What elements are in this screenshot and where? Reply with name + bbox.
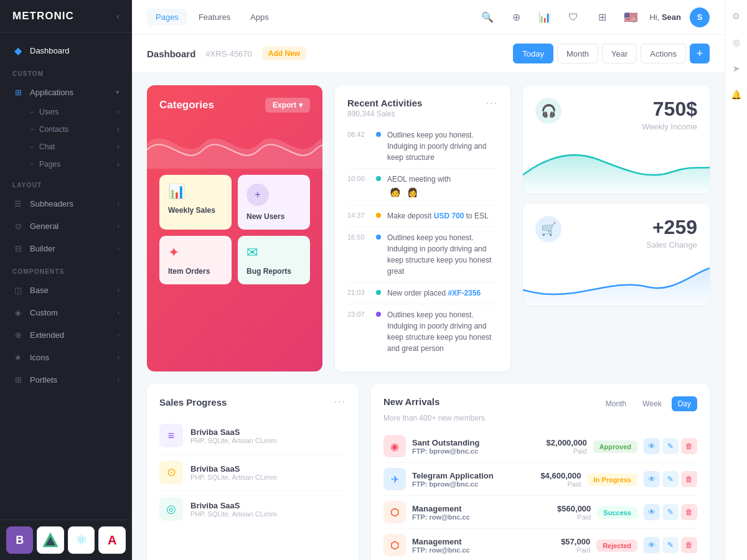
- month-button[interactable]: Month: [557, 44, 598, 63]
- sales-chart: [523, 256, 710, 306]
- right-gear-icon[interactable]: ◎: [728, 34, 745, 51]
- sidebar-sub-item-users[interactable]: Users ›: [0, 103, 132, 121]
- delete-button[interactable]: 🗑: [681, 438, 697, 454]
- shield-icon[interactable]: 🛡: [563, 7, 583, 27]
- right-settings-icon[interactable]: ⚙: [728, 7, 745, 25]
- category-tile-bug-reports[interactable]: ✉ Bug Reports: [238, 236, 310, 284]
- arrival-info-2: Telegram Application FTP: bprow@bnc.cc: [412, 471, 519, 488]
- year-button[interactable]: Year: [602, 44, 637, 63]
- components-section-label: COMPONENTS: [0, 259, 132, 279]
- vue-framework-icon[interactable]: [37, 526, 64, 554]
- sidebar-logo: METRONIC ‹: [0, 0, 132, 33]
- add-new-button[interactable]: Add New: [262, 47, 306, 60]
- arrival-ftp: FTP: row@bnc.cc: [412, 513, 529, 521]
- activity-time: 10:00: [347, 175, 370, 182]
- arrival-status: Rejected: [596, 539, 637, 551]
- arrival-amount: $2,000,000 Paid: [531, 438, 587, 455]
- right-bell-icon[interactable]: 🔔: [728, 86, 745, 103]
- user-avatar[interactable]: S: [690, 7, 710, 27]
- view-button[interactable]: 👁: [644, 537, 660, 553]
- search-icon[interactable]: 🔍: [477, 7, 497, 27]
- income-card: 🎧 750$ Weekly Income: [523, 85, 710, 194]
- sidebar-item-applications[interactable]: ⊞ Applications ▾: [0, 81, 132, 103]
- progress-name: Briviba SaaS: [190, 427, 346, 437]
- view-button[interactable]: 👁: [644, 471, 660, 487]
- app-name: METRONIC: [12, 10, 74, 22]
- sales-header: 🛒 +259 Sales Change: [535, 216, 697, 250]
- chart-icon[interactable]: 📊: [535, 7, 555, 27]
- sidebar-item-builder[interactable]: ⊟ Builder ›: [0, 237, 132, 259]
- view-button[interactable]: 👁: [644, 504, 660, 520]
- sidebar-sub-item-pages[interactable]: Pages ›: [0, 156, 132, 173]
- add-plus-button[interactable]: +: [690, 44, 710, 63]
- actions-button[interactable]: Actions: [641, 44, 686, 63]
- arrival-price: $2,000,000: [531, 438, 587, 447]
- edit-button[interactable]: ✎: [662, 537, 679, 553]
- progress-menu-icon[interactable]: ···: [334, 396, 346, 408]
- tab-apps[interactable]: Apps: [242, 9, 278, 26]
- sidebar-sub-item-contacts[interactable]: Contacts ›: [0, 121, 132, 138]
- sidebar-item-base[interactable]: ◫ Base ›: [0, 279, 132, 301]
- export-button[interactable]: Export ▾: [265, 98, 310, 113]
- angular-framework-icon[interactable]: A: [98, 526, 126, 554]
- tab-pages[interactable]: Pages: [147, 9, 187, 26]
- sidebar-item-extended[interactable]: ⊕ Extended ›: [0, 324, 132, 346]
- topnav-icons: 🔍 ⊕ 📊 🛡 ⊞ 🇺🇸 Hi, Sean S: [477, 7, 710, 27]
- sub-item-label: Users: [39, 108, 59, 116]
- today-button[interactable]: Today: [513, 44, 553, 63]
- sales-icon: 🛒: [535, 216, 561, 242]
- activity-text: New order placed #XF-2356: [387, 287, 498, 299]
- sidebar-item-general[interactable]: ⊙ General ›: [0, 215, 132, 237]
- applications-icon: ⊞: [12, 86, 24, 98]
- sidebar-item-icons[interactable]: ★ Icons ›: [0, 346, 132, 368]
- right-send-icon[interactable]: ➤: [728, 60, 745, 77]
- bootstrap-framework-icon[interactable]: B: [6, 526, 33, 554]
- tab-features[interactable]: Features: [190, 9, 239, 26]
- arrivals-subtitle: More than 400+ new members: [383, 414, 697, 422]
- flag-icon[interactable]: 🇺🇸: [621, 7, 641, 27]
- category-tile-item-orders[interactable]: ✦ Item Orders: [159, 236, 232, 284]
- arrival-ftp: FTP: bprow@bnc.cc: [412, 480, 519, 488]
- status-badge-approved: Approved: [593, 441, 637, 453]
- activities-title: Recent Activities: [347, 98, 422, 108]
- edit-button[interactable]: ✎: [662, 504, 679, 520]
- arrival-name: Management: [412, 504, 529, 513]
- delete-button[interactable]: 🗑: [681, 471, 697, 487]
- sales-change-card: 🛒 +259 Sales Change: [523, 203, 710, 306]
- arrivals-title: New Arrivals: [383, 396, 439, 407]
- arrivals-tab-day[interactable]: Day: [672, 396, 697, 411]
- delete-button[interactable]: 🗑: [681, 504, 697, 520]
- category-tile-weekly-sales[interactable]: 📊 Weekly Sales: [159, 175, 232, 230]
- status-badge-inprogress: In Progress: [587, 474, 637, 486]
- grid-icon[interactable]: ⊞: [592, 7, 612, 27]
- arrivals-tab-month[interactable]: Month: [599, 396, 632, 411]
- activity-dot: [376, 290, 381, 295]
- activity-time: 21:03: [347, 289, 370, 296]
- activities-menu-icon[interactable]: ···: [486, 98, 498, 109]
- sidebar-item-portlets[interactable]: ⊞ Portlets ›: [0, 368, 132, 391]
- arrival-paid: Paid: [534, 546, 590, 554]
- sidebar-item-subheaders[interactable]: ☰ Subheaders ›: [0, 192, 132, 215]
- edit-button[interactable]: ✎: [662, 471, 679, 487]
- category-tile-new-users[interactable]: + New Users: [238, 175, 310, 230]
- sidebar-sub-item-chat[interactable]: Chat ›: [0, 138, 132, 156]
- view-button[interactable]: 👁: [644, 438, 660, 454]
- arrival-actions: 👁 ✎ 🗑: [644, 537, 697, 553]
- react-framework-icon[interactable]: ⚛: [68, 526, 95, 554]
- base-icon: ◫: [12, 284, 24, 296]
- user-name: Sean: [662, 12, 681, 22]
- breadcrumb-bar: Dashboard #XRS-45670 Add New Today Month…: [132, 35, 725, 73]
- activity-time: 16:50: [347, 233, 370, 241]
- delete-button[interactable]: 🗑: [681, 537, 697, 553]
- nav-arrow-icon: ›: [117, 222, 120, 230]
- network-icon[interactable]: ⊕: [506, 7, 526, 27]
- progress-desc: PHP, SQLite, Artisan CLimm: [190, 437, 346, 444]
- edit-button[interactable]: ✎: [662, 438, 679, 454]
- recent-activities-card: Recent Activities 890,344 Sales ··· 08:4…: [335, 85, 510, 371]
- sidebar-item-dashboard[interactable]: ◆ Dashboard: [0, 39, 132, 62]
- arrivals-tab-week[interactable]: Week: [636, 396, 667, 411]
- progress-info-2: Briviba SaaS PHP, SQLite, Artisan CLimm: [190, 464, 346, 481]
- sidebar-collapse-icon[interactable]: ‹: [116, 11, 120, 21]
- progress-item: ≡ Briviba SaaS PHP, SQLite, Artisan CLim…: [159, 418, 346, 454]
- sidebar-item-custom[interactable]: ◈ Custom ›: [0, 301, 132, 324]
